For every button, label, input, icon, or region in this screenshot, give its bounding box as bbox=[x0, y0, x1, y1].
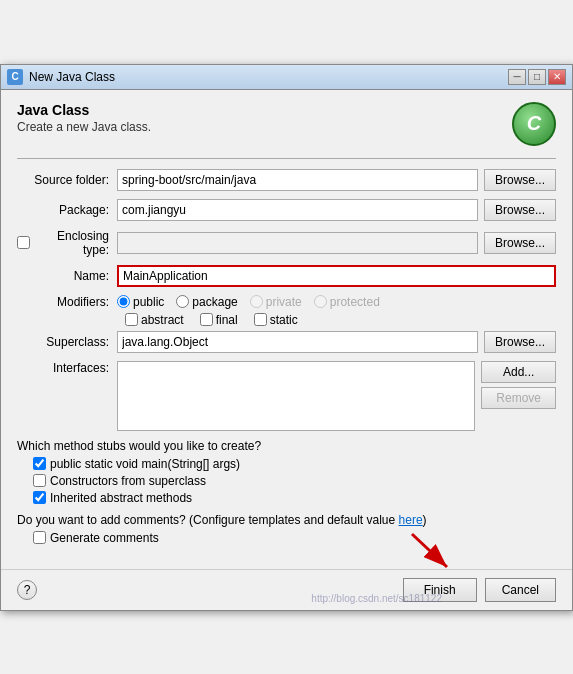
superclass-input[interactable] bbox=[117, 331, 478, 353]
interfaces-list bbox=[117, 361, 475, 431]
remove-interface-button[interactable]: Remove bbox=[481, 387, 556, 409]
enclosing-type-browse-button[interactable]: Browse... bbox=[484, 232, 556, 254]
name-row: Name: bbox=[17, 265, 556, 287]
modifiers-row: Modifiers: public package private protec… bbox=[17, 295, 556, 309]
modifier-package-option[interactable]: package bbox=[176, 295, 237, 309]
stubs-question: Which method stubs would you like to cre… bbox=[17, 439, 556, 453]
modifier-checkbox-row: abstract final static bbox=[17, 313, 556, 327]
header-subtitle: Create a new Java class. bbox=[17, 120, 512, 134]
stubs-section: Which method stubs would you like to cre… bbox=[17, 439, 556, 505]
arrow-svg bbox=[402, 529, 462, 579]
dialog-footer: ? Finish Cancel http://blog.csdn.net/sc1… bbox=[1, 569, 572, 610]
generate-comments-label: Generate comments bbox=[50, 531, 159, 545]
window-title: New Java Class bbox=[29, 70, 502, 84]
stubs-constructors-item: Constructors from superclass bbox=[33, 474, 556, 488]
window-controls: ─ □ ✕ bbox=[508, 69, 566, 85]
dialog-content: Java Class Create a new Java class. C So… bbox=[1, 90, 572, 569]
comments-here-link[interactable]: here bbox=[399, 513, 423, 527]
stubs-inherited-label: Inherited abstract methods bbox=[50, 491, 192, 505]
help-button[interactable]: ? bbox=[17, 580, 37, 600]
interfaces-buttons: Add... Remove bbox=[481, 361, 556, 409]
package-label: Package: bbox=[17, 203, 117, 217]
modifier-abstract-checkbox[interactable] bbox=[125, 313, 138, 326]
access-modifier-group: public package private protected bbox=[117, 295, 380, 309]
header-title: Java Class bbox=[17, 102, 512, 118]
modifiers-label: Modifiers: bbox=[17, 295, 117, 309]
modifier-protected-option[interactable]: protected bbox=[314, 295, 380, 309]
stubs-constructors-checkbox[interactable] bbox=[33, 474, 46, 487]
source-folder-row: Source folder: Browse... bbox=[17, 169, 556, 191]
name-input[interactable] bbox=[117, 265, 556, 287]
new-java-class-dialog: C New Java Class ─ □ ✕ Java Class Create… bbox=[0, 64, 573, 611]
enclosing-type-row: Enclosing type: Browse... bbox=[17, 229, 556, 257]
comments-question: Do you want to add comments? (Configure … bbox=[17, 513, 556, 527]
minimize-button[interactable]: ─ bbox=[508, 69, 526, 85]
stubs-main-item: public static void main(String[] args) bbox=[33, 457, 556, 471]
footer-left: ? bbox=[17, 580, 37, 600]
close-button[interactable]: ✕ bbox=[548, 69, 566, 85]
generate-comments-checkbox[interactable] bbox=[33, 531, 46, 544]
add-interface-button[interactable]: Add... bbox=[481, 361, 556, 383]
modifier-public-option[interactable]: public bbox=[117, 295, 164, 309]
comments-question-prefix: Do you want to add comments? (Configure … bbox=[17, 513, 399, 527]
package-input[interactable] bbox=[117, 199, 478, 221]
modifier-static-checkbox[interactable] bbox=[254, 313, 267, 326]
package-browse-button[interactable]: Browse... bbox=[484, 199, 556, 221]
window-icon: C bbox=[7, 69, 23, 85]
package-row: Package: Browse... bbox=[17, 199, 556, 221]
source-folder-browse-button[interactable]: Browse... bbox=[484, 169, 556, 191]
header-section: Java Class Create a new Java class. C bbox=[17, 102, 556, 146]
stubs-main-checkbox[interactable] bbox=[33, 457, 46, 470]
source-folder-input[interactable] bbox=[117, 169, 478, 191]
maximize-button[interactable]: □ bbox=[528, 69, 546, 85]
stubs-main-label: public static void main(String[] args) bbox=[50, 457, 240, 471]
modifier-protected-radio[interactable] bbox=[314, 295, 327, 308]
interfaces-row: Interfaces: Add... Remove bbox=[17, 361, 556, 431]
enclosing-type-checkbox[interactable] bbox=[17, 236, 30, 249]
modifier-static-option[interactable]: static bbox=[254, 313, 298, 327]
modifier-private-radio[interactable] bbox=[250, 295, 263, 308]
generate-comments-row: Generate comments bbox=[33, 531, 556, 545]
title-bar: C New Java Class ─ □ ✕ bbox=[1, 65, 572, 90]
enclosing-type-label: Enclosing type: bbox=[30, 229, 109, 257]
header-divider bbox=[17, 158, 556, 159]
source-folder-label: Source folder: bbox=[17, 173, 117, 187]
modifier-final-checkbox[interactable] bbox=[200, 313, 213, 326]
svg-line-1 bbox=[412, 534, 447, 567]
superclass-label: Superclass: bbox=[17, 335, 117, 349]
interfaces-label: Interfaces: bbox=[17, 361, 117, 375]
enclosing-type-input[interactable] bbox=[117, 232, 478, 254]
stubs-inherited-checkbox[interactable] bbox=[33, 491, 46, 504]
modifier-abstract-option[interactable]: abstract bbox=[125, 313, 184, 327]
name-label: Name: bbox=[17, 269, 117, 283]
modifier-package-radio[interactable] bbox=[176, 295, 189, 308]
modifier-checkboxes: abstract final static bbox=[125, 313, 298, 327]
superclass-browse-button[interactable]: Browse... bbox=[484, 331, 556, 353]
modifier-public-radio[interactable] bbox=[117, 295, 130, 308]
arrow-indicator bbox=[402, 529, 462, 582]
comments-question-suffix: ) bbox=[423, 513, 427, 527]
comments-section: Do you want to add comments? (Configure … bbox=[17, 513, 556, 545]
superclass-row: Superclass: Browse... bbox=[17, 331, 556, 353]
stubs-constructors-label: Constructors from superclass bbox=[50, 474, 206, 488]
modifier-final-option[interactable]: final bbox=[200, 313, 238, 327]
cancel-button[interactable]: Cancel bbox=[485, 578, 556, 602]
eclipse-logo: C bbox=[512, 102, 556, 146]
modifier-private-option[interactable]: private bbox=[250, 295, 302, 309]
stubs-inherited-item: Inherited abstract methods bbox=[33, 491, 556, 505]
header-text: Java Class Create a new Java class. bbox=[17, 102, 512, 134]
